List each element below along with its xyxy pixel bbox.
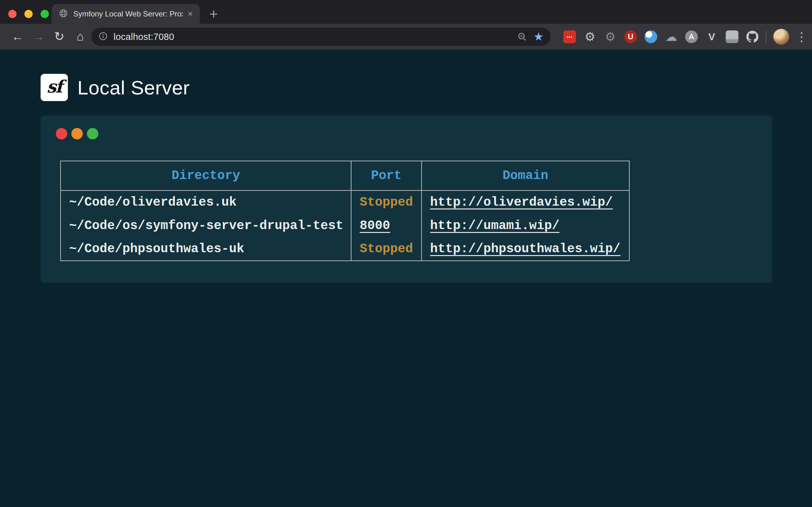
servers-table: Directory Port Domain ~/Code/oliverdavie… xyxy=(60,161,629,261)
url-text[interactable]: localhost:7080 xyxy=(113,32,517,42)
extension-settings-icon[interactable]: ⚙ xyxy=(604,31,617,43)
card-dot-orange xyxy=(71,128,83,139)
symfony-logo: sf xyxy=(41,74,68,101)
domain-link[interactable]: http://phpsouthwales.wip/ xyxy=(430,242,620,256)
tab-close-icon[interactable]: × xyxy=(188,9,193,18)
macos-fullscreen-button[interactable] xyxy=(41,10,49,18)
extension-github-icon[interactable] xyxy=(746,31,759,43)
macos-minimize-button[interactable] xyxy=(24,10,33,18)
tab-title: Symfony Local Web Server: Prox xyxy=(73,9,183,18)
card-dot-red xyxy=(56,128,67,139)
extension-password-icon[interactable]: ••• xyxy=(563,31,576,43)
browser-toolbar: ← → ↻ ⌂ localhost:7080 ★ ••• ⚙ ⚙ xyxy=(0,24,812,50)
server-card: Directory Port Domain ~/Code/oliverdavie… xyxy=(41,116,772,283)
back-button[interactable]: ← xyxy=(7,26,28,47)
address-bar[interactable]: localhost:7080 ★ xyxy=(91,27,551,46)
directory-cell: ~/Code/phpsouthwales-uk xyxy=(61,237,351,261)
card-window-dots xyxy=(56,128,772,139)
table-header-row: Directory Port Domain xyxy=(61,161,629,190)
directory-cell: ~/Code/oliverdavies.uk xyxy=(61,190,351,214)
home-button[interactable]: ⌂ xyxy=(70,26,91,47)
new-tab-button[interactable]: + xyxy=(209,7,218,21)
toolbar-separator xyxy=(766,31,766,43)
port-status: Stopped xyxy=(360,195,413,210)
port-status: Stopped xyxy=(360,242,413,256)
column-header-domain: Domain xyxy=(421,161,629,190)
page-header: sf Local Server xyxy=(41,74,772,101)
forward-button[interactable]: → xyxy=(28,26,49,47)
profile-avatar[interactable] xyxy=(773,29,789,45)
column-header-directory: Directory xyxy=(61,161,351,190)
browser-window: Symfony Local Web Server: Prox × + ← → ↻… xyxy=(0,0,812,507)
domain-link[interactable]: http://oliverdavies.wip/ xyxy=(430,195,613,210)
port-link[interactable]: 8000 xyxy=(360,219,390,233)
browser-menu-icon[interactable]: ⋮ xyxy=(796,31,808,43)
table-row: ~/Code/phpsouthwales-uk Stopped http://p… xyxy=(61,237,629,261)
card-dot-green xyxy=(87,128,98,139)
zoom-icon[interactable] xyxy=(517,32,527,42)
macos-close-button[interactable] xyxy=(8,10,16,18)
table-row: ~/Code/os/symfony-server-drupal-test 800… xyxy=(61,214,629,237)
extension-frame-icon[interactable] xyxy=(726,31,739,43)
extension-ublock-icon[interactable]: U xyxy=(624,31,637,43)
browser-tab[interactable]: Symfony Local Web Server: Prox × xyxy=(52,4,200,24)
table-row: ~/Code/oliverdavies.uk Stopped http://ol… xyxy=(61,190,629,214)
symfony-logo-text: sf xyxy=(47,76,62,99)
site-info-icon[interactable] xyxy=(98,32,108,42)
bookmark-star-icon[interactable]: ★ xyxy=(534,31,544,43)
extension-v-icon[interactable]: V xyxy=(705,31,718,43)
column-header-port: Port xyxy=(351,161,421,190)
macos-window-controls xyxy=(8,10,49,18)
domain-link[interactable]: http://umami.wip/ xyxy=(430,219,560,233)
extensions-area: ••• ⚙ ⚙ U ☁ A V xyxy=(563,31,759,43)
tab-strip: Symfony Local Web Server: Prox × + xyxy=(0,0,812,24)
extension-blue-circle-icon[interactable] xyxy=(645,31,657,43)
page-content: sf Local Server Directory Port Domain xyxy=(0,50,812,507)
extension-gear-icon[interactable]: ⚙ xyxy=(583,31,596,43)
reload-button[interactable]: ↻ xyxy=(49,26,70,47)
directory-cell: ~/Code/os/symfony-server-drupal-test xyxy=(61,214,351,237)
tab-favicon-globe-icon xyxy=(59,9,68,19)
page-title: Local Server xyxy=(78,76,190,99)
extension-cloud-icon[interactable]: ☁ xyxy=(665,31,677,43)
extension-a-icon[interactable]: A xyxy=(685,31,698,43)
